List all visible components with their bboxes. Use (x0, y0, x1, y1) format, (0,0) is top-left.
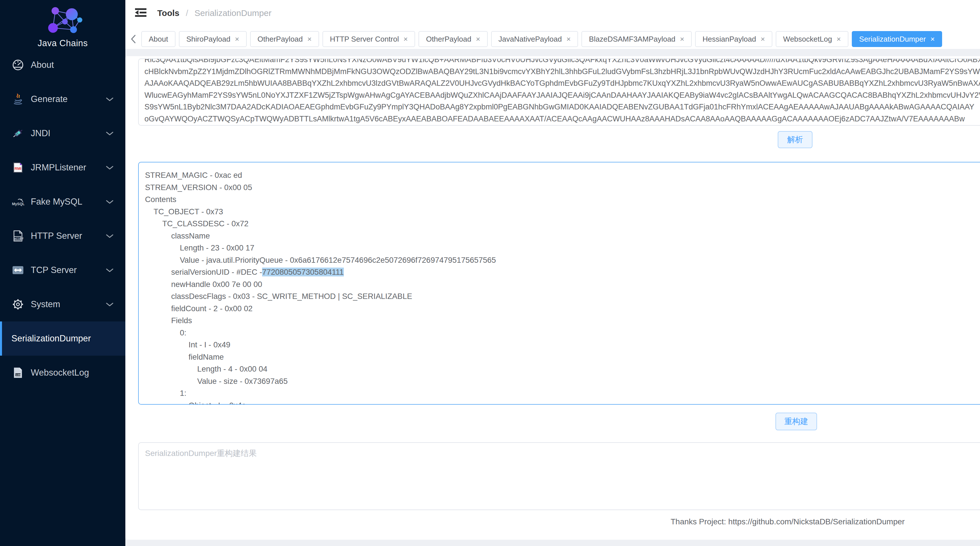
parsed-output-text: STREAM_MAGIC - 0xac ed STREAM_VERSION - … (139, 162, 980, 405)
breadcrumb-separator: / (186, 8, 188, 18)
sidebar-item-jndi[interactable]: JNDI (0, 116, 125, 150)
mysql-icon: MySQL (11, 195, 24, 208)
tab-about[interactable]: About (141, 31, 175, 47)
gauge-icon (11, 59, 24, 72)
close-icon[interactable]: × (760, 35, 765, 43)
sidebar-item-system[interactable]: System (0, 287, 125, 322)
serialized-base64-content: Rlc3QAA1tbQlsABl9jbGFzc3QAEltMamF2YS9sYW… (139, 59, 980, 125)
sidebar-item-label: SerializationDumper (11, 333, 114, 344)
java-cup-icon (11, 92, 24, 106)
close-icon[interactable]: × (476, 35, 480, 43)
tab-otherpayload-1[interactable]: OtherPayload× (250, 31, 319, 47)
sidebar-item-label: Fake MySQL (31, 197, 105, 207)
sidebar-item-about[interactable]: About (0, 48, 125, 82)
sidebar-item-label: About (31, 60, 114, 70)
close-icon[interactable]: × (235, 35, 239, 43)
svg-text:RMI: RMI (14, 166, 21, 171)
tab-http-server-control[interactable]: HTTP Server Control× (323, 31, 415, 47)
tab-websocketlog[interactable]: WebsocketLog× (776, 31, 848, 47)
tcp-arrows-icon (11, 264, 24, 277)
tab-list: About ShiroPayload× OtherPayload× HTTP S… (141, 31, 942, 47)
log-file-icon: LOG (11, 366, 24, 379)
tab-shiropayload[interactable]: ShiroPayload× (179, 31, 247, 47)
serialized-base64-input[interactable]: Rlc3QAA1tbQlsABl9jbGFzc3QAEltMamF2YS9sYW… (138, 59, 980, 126)
sidebar-item-fake-mysql[interactable]: MySQL Fake MySQL (0, 185, 125, 219)
chevron-down-icon (105, 165, 114, 170)
sidebar-item-websocketlog[interactable]: LOG WebsocketLog (0, 356, 125, 390)
svg-text:LOG: LOG (16, 374, 21, 376)
brand-name: Java Chains (0, 38, 125, 48)
tab-otherpayload-2[interactable]: OtherPayload× (418, 31, 487, 47)
sidebar: Java Chains About Generate JNDI (0, 0, 125, 546)
top-bar: Tools / SerializationDumper About ShiroP… (125, 0, 980, 49)
svg-text:HTTP://: HTTP:// (14, 237, 24, 240)
serializationdumper-panel: Rlc3QAA1tbQlsABl9jbGFzc3QAEltMamF2YS9sYW… (125, 56, 980, 540)
close-icon[interactable]: × (837, 35, 841, 43)
sidebar-item-label: HTTP Server (31, 231, 105, 241)
chevron-down-icon (105, 97, 114, 102)
close-icon[interactable]: × (566, 35, 571, 43)
syringe-icon (11, 127, 24, 140)
sidebar-item-label: System (31, 299, 105, 309)
svg-text:MySQL: MySQL (12, 202, 24, 206)
app-window: Java Chains About Generate JNDI (0, 0, 980, 546)
close-icon[interactable]: × (307, 35, 312, 43)
sidebar-item-serializationdumper[interactable]: SerializationDumper (0, 322, 125, 356)
sidebar-fold-icon[interactable] (134, 7, 147, 19)
sidebar-item-label: JNDI (31, 128, 105, 138)
tab-bar: About ShiroPayload× OtherPayload× HTTP S… (125, 31, 980, 47)
brand-block: Java Chains (0, 0, 125, 48)
sidebar-item-jrmplistener[interactable]: RMI JRMPListener (0, 150, 125, 185)
sidebar-item-label: Generate (31, 94, 105, 104)
chevron-down-icon (105, 233, 114, 239)
chevron-down-icon (105, 302, 114, 307)
parse-button[interactable]: 解析 (778, 131, 813, 148)
tab-javanativepayload[interactable]: JavaNativePayload× (491, 31, 578, 47)
sidebar-item-label: JRMPListener (31, 162, 105, 173)
close-icon[interactable]: × (403, 35, 408, 43)
rebuild-result-placeholder: SerializationDumper重构建结果 (139, 443, 980, 459)
tab-scroll-left-icon[interactable] (125, 34, 141, 44)
tab-blazedsamf3ampayload[interactable]: BlazeDSAMF3AMPayload× (581, 31, 692, 47)
breadcrumb-tools[interactable]: Tools (157, 8, 180, 18)
chevron-down-icon (105, 267, 114, 273)
sidebar-item-http-server[interactable]: HTTP:// HTTP Server (0, 219, 125, 253)
breadcrumb-current: SerializationDumper (194, 8, 272, 18)
close-icon[interactable]: × (680, 35, 684, 43)
sidebar-item-generate[interactable]: Generate (0, 82, 125, 116)
sidebar-menu: About Generate JNDI RMI JRM (0, 48, 125, 390)
http-file-icon: HTTP:// (11, 229, 24, 242)
sidebar-item-tcp-server[interactable]: TCP Server (0, 253, 125, 287)
sidebar-item-label: WebsocketLog (31, 368, 114, 378)
header-row: Tools / SerializationDumper (125, 0, 272, 26)
sidebar-item-label: TCP Server (31, 265, 105, 275)
parsed-output-box: STREAM_MAGIC - 0xac ed STREAM_VERSION - … (138, 162, 980, 405)
chevron-down-icon (105, 131, 114, 136)
breadcrumb: Tools / SerializationDumper (157, 8, 272, 18)
gear-icon (11, 298, 24, 311)
rmi-file-icon: RMI (11, 161, 24, 174)
chevron-down-icon (105, 199, 114, 204)
rebuild-button[interactable]: 重构建 (775, 412, 817, 430)
tab-serializationdumper[interactable]: SerializationDumper× (852, 31, 942, 47)
network-logo-icon (34, 31, 91, 36)
close-icon[interactable]: × (931, 35, 935, 43)
selected-serialversionuid: 7720805057305804111 (262, 267, 344, 276)
rebuild-result-textarea[interactable]: SerializationDumper重构建结果 (138, 442, 980, 510)
tab-hessianpayload[interactable]: HessianPayload× (695, 31, 772, 47)
credit-text: Thanks Project: https://github.com/Nicks… (671, 517, 905, 526)
